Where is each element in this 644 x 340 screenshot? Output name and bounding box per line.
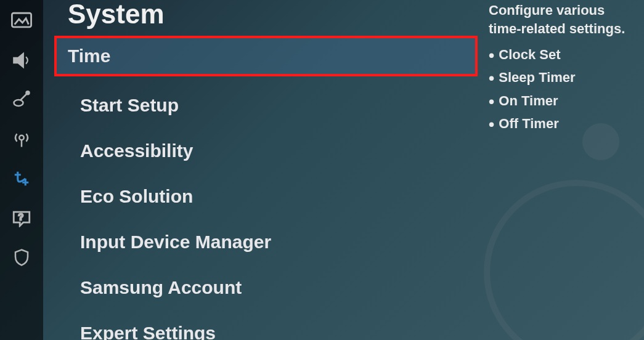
svg-text:?: ? — [18, 212, 23, 222]
sub-item-sleep-timer: Sleep Timer — [489, 68, 635, 89]
svg-point-2 — [26, 91, 30, 94]
page-title: System — [68, 0, 471, 30]
main-panel: System Time Start Setup Accessibility Ec… — [43, 0, 484, 340]
info-panel: Configure various time-related settings.… — [484, 0, 644, 340]
menu-item-start-setup[interactable]: Start Setup — [68, 89, 471, 122]
menu-item-eco-solution[interactable]: Eco Solution — [68, 180, 471, 213]
sub-item-on-timer: On Timer — [489, 91, 635, 113]
menu-item-time[interactable]: Time — [54, 36, 478, 76]
info-description: Configure various time-related settings. — [489, 1, 635, 38]
menu-item-accessibility[interactable]: Accessibility — [68, 134, 471, 168]
info-sub-list: Clock Set Sleep Timer On Timer Off Timer — [489, 45, 635, 135]
settings-sidebar: ? — [0, 0, 43, 340]
svg-rect-0 — [12, 13, 31, 27]
decorative-circle — [484, 180, 644, 340]
picture-icon[interactable] — [10, 11, 33, 31]
menu-item-samsung-account[interactable]: Samsung Account — [68, 271, 471, 304]
support-icon[interactable]: ? — [10, 208, 33, 228]
sub-item-off-timer: Off Timer — [489, 114, 635, 136]
svg-point-1 — [14, 100, 23, 106]
sub-item-clock-set: Clock Set — [489, 45, 635, 67]
menu-item-expert-settings[interactable]: Expert Settings — [68, 317, 471, 340]
sound-icon[interactable] — [10, 51, 33, 70]
broadcast-icon[interactable] — [10, 90, 33, 110]
system-menu: Time Start Setup Accessibility Eco Solut… — [68, 36, 471, 340]
privacy-icon[interactable] — [10, 248, 33, 267]
system-icon[interactable] — [10, 169, 33, 188]
menu-item-input-device-manager[interactable]: Input Device Manager — [68, 225, 471, 259]
network-icon[interactable] — [10, 129, 33, 149]
svg-point-3 — [19, 136, 24, 140]
